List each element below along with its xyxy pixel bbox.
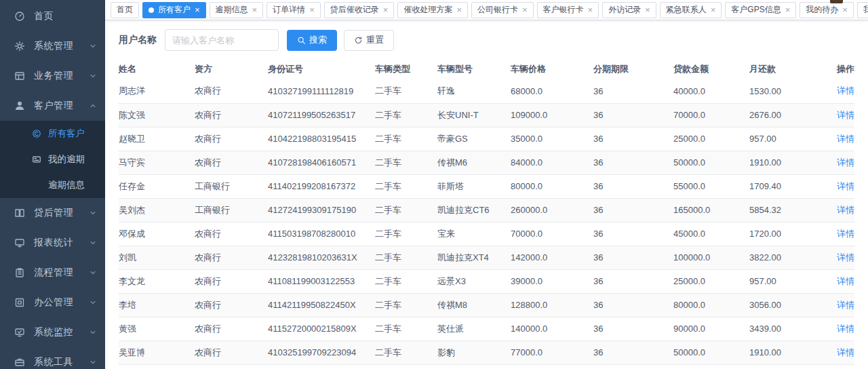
table-cell: 二手车 xyxy=(375,222,437,246)
sidebar-item-8[interactable]: 系统监控 xyxy=(0,317,105,347)
close-icon[interactable]: × xyxy=(383,5,389,14)
sidebar-item-3[interactable]: 客户管理 xyxy=(0,91,105,121)
table-cell: 农商行 xyxy=(195,103,268,127)
gear-icon xyxy=(14,41,25,52)
table-cell: 1910.00 xyxy=(749,341,827,364)
sidebar-item-5[interactable]: 报表统计 xyxy=(0,228,105,258)
tab-8[interactable]: 外访记录× xyxy=(602,2,656,18)
detail-link[interactable]: 详情 xyxy=(837,181,854,191)
close-icon[interactable]: × xyxy=(785,5,791,14)
sidebar-item-9[interactable]: 系统工具 xyxy=(0,347,105,369)
close-icon[interactable]: × xyxy=(309,5,315,14)
business-icon xyxy=(14,71,25,81)
table-cell: 二手车 xyxy=(375,198,437,222)
close-icon[interactable]: × xyxy=(252,5,258,14)
table-cell: 25000.0 xyxy=(673,127,749,151)
table-cell: 二手车 xyxy=(375,103,437,127)
tab-7[interactable]: 客户银行卡× xyxy=(537,2,599,18)
table-cell: 36 xyxy=(593,341,673,364)
tab-0[interactable]: 首页 xyxy=(111,2,139,18)
detail-link[interactable]: 详情 xyxy=(837,300,854,310)
table-cell: 农商行 xyxy=(195,341,268,364)
table-cell: 128800.0 xyxy=(511,293,593,317)
table-cell: 农商行 xyxy=(195,151,268,174)
table-cell-action: 详情 xyxy=(827,269,854,293)
sidebar-item-7[interactable]: 办公管理 xyxy=(0,288,105,317)
table-cell: 410721199505263517 xyxy=(268,103,375,127)
table-cell: 412724199309175190 xyxy=(268,198,375,222)
table-cell: 142000.0 xyxy=(511,246,593,269)
table-cell-action: 详情 xyxy=(827,364,854,369)
close-icon[interactable]: × xyxy=(645,5,650,14)
detail-link[interactable]: 详情 xyxy=(837,229,854,239)
table-cell: 刘凯 xyxy=(119,246,195,269)
tab-10[interactable]: 客户GPS信息× xyxy=(725,2,796,18)
table-cell: 36 xyxy=(593,151,673,174)
table-cell-action: 详情 xyxy=(827,198,854,222)
detail-link[interactable]: 详情 xyxy=(837,205,854,215)
sidebar-item-1[interactable]: 系统管理 xyxy=(0,31,105,61)
search-button[interactable]: 搜索 xyxy=(287,30,337,51)
sidebar-item-2[interactable]: 业务管理 xyxy=(0,61,105,91)
tab-5[interactable]: 催收处理方案× xyxy=(397,2,468,18)
table-cell-action: 详情 xyxy=(827,317,854,341)
close-icon[interactable]: × xyxy=(842,5,848,14)
table-cell: 2676.00 xyxy=(749,103,827,127)
detail-link[interactable]: 详情 xyxy=(837,110,854,120)
table-cell: 影豹 xyxy=(437,341,511,364)
table-cell-action: 详情 xyxy=(827,174,854,198)
column-header: 身份证号 xyxy=(268,59,375,79)
reset-button[interactable]: 重置 xyxy=(344,30,394,51)
detail-link[interactable]: 详情 xyxy=(837,347,854,357)
table-cell: 40000.0 xyxy=(673,79,749,103)
table-cell-action: 详情 xyxy=(827,151,854,174)
sidebar-subitem-3-1[interactable]: 我的逾期 xyxy=(0,147,105,172)
sidebar-item-6[interactable]: 流程管理 xyxy=(0,258,105,288)
sidebar-subitem-3-0[interactable]: 所有客户 xyxy=(0,121,105,147)
sidebar-item-label: 办公管理 xyxy=(34,296,89,309)
chevron-down-icon xyxy=(89,358,97,366)
close-icon[interactable]: × xyxy=(456,5,462,14)
user-icon xyxy=(14,100,25,111)
detail-link[interactable]: 详情 xyxy=(837,324,854,334)
table-header-row: 姓名资方身份证号车辆类型车辆型号车辆价格分期期限贷款金额月还款操作 xyxy=(119,59,854,79)
table-cell: 3822.00 xyxy=(749,246,827,269)
table-row: 李文龙农商行411081199003122553二手车远景X339000.036… xyxy=(119,269,854,293)
tab-1[interactable]: 所有客户× xyxy=(142,2,206,18)
table-cell: 85000.0 xyxy=(511,364,593,369)
tab-4[interactable]: 贷后催收记录× xyxy=(324,2,395,18)
search-input[interactable] xyxy=(165,29,279,51)
table-cell: 邓保成 xyxy=(119,222,195,246)
close-icon[interactable]: × xyxy=(522,5,528,14)
table-cell: 二手车 xyxy=(375,174,437,198)
table-cell: 农商行 xyxy=(195,222,268,246)
tab-12[interactable]: 我的流程× xyxy=(857,2,868,18)
detail-link[interactable]: 详情 xyxy=(837,276,854,286)
detail-link[interactable]: 详情 xyxy=(837,157,854,168)
close-icon[interactable]: × xyxy=(711,5,716,14)
close-icon[interactable]: × xyxy=(195,5,200,14)
tab-2[interactable]: 逾期信息× xyxy=(210,2,264,18)
sidebar-item-4[interactable]: 贷后管理 xyxy=(0,198,105,228)
tab-9[interactable]: 紧急联系人× xyxy=(660,2,722,18)
table-cell: 吴亚博 xyxy=(119,341,195,364)
sidebar-subitem-3-2[interactable]: 逾期信息 xyxy=(0,172,105,198)
tab-11[interactable]: 我的待办× xyxy=(800,2,854,18)
detail-link[interactable]: 详情 xyxy=(837,134,854,144)
table-cell: 36 xyxy=(593,174,673,198)
tab-6[interactable]: 公司银行卡× xyxy=(471,2,534,18)
avatar[interactable] xyxy=(830,0,843,3)
table-cell: 410728198406160571 xyxy=(268,151,375,174)
report-icon xyxy=(14,237,25,248)
close-icon[interactable]: × xyxy=(588,5,593,14)
tab-bar: 首页所有客户×逾期信息×订单详情×贷后催收记录×催收处理方案×公司银行卡×客户银… xyxy=(105,0,868,20)
tab-label: 订单详情 xyxy=(273,4,305,16)
chevron-down-icon xyxy=(89,239,97,247)
chevron-down-icon xyxy=(89,209,97,217)
detail-link[interactable]: 详情 xyxy=(837,252,854,263)
tab-3[interactable]: 订单详情× xyxy=(267,2,321,18)
sidebar-item-label: 首页 xyxy=(34,10,100,22)
detail-link[interactable]: 详情 xyxy=(837,85,854,96)
sidebar-item-0[interactable]: 首页 xyxy=(0,1,105,31)
content-panel: 用户名称 搜索 重置 姓名资方身份证号车辆类型车辆型号车辆价格分期期限贷款金额月… xyxy=(105,20,868,369)
